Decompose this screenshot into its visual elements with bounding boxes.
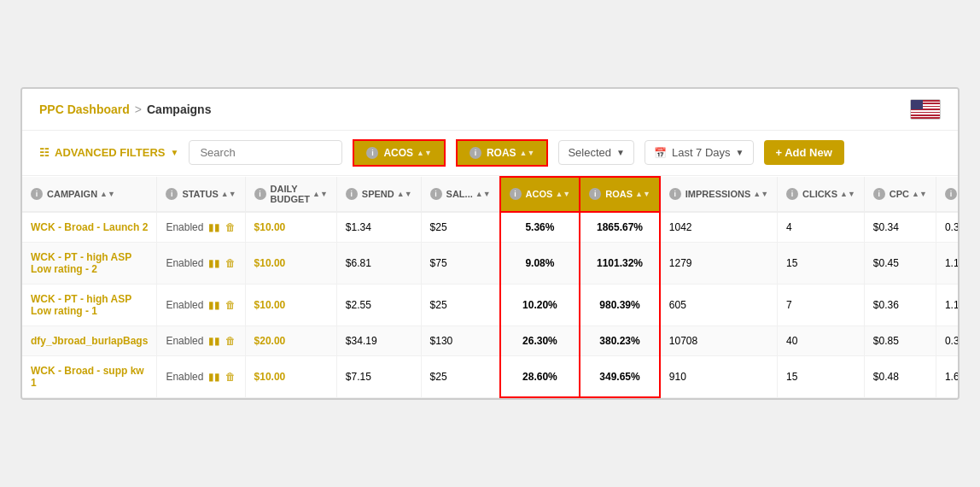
th-campaign-label: CAMPAIGN [47,189,97,199]
impressions-sort-icon: ▲▼ [753,190,768,198]
th-roas[interactable]: i ROAS ▲▼ [580,177,660,212]
budget-sort-icon: ▲▼ [312,190,328,198]
status-text-1: Enabled [166,257,203,269]
budget-info-icon: i [254,188,266,200]
th-roas-label: ROAS [605,189,633,199]
roas-th-sort-icon: ▲▼ [635,190,650,198]
table-row: WCK - PT - high ASP Low rating - 1 Enabl… [22,284,958,326]
date-range-label: Last 7 Days [672,146,731,159]
cell-status-1: Enabled ▮▮ 🗑 [157,242,245,284]
sales-sort-icon: ▲▼ [475,190,491,198]
selected-dropdown[interactable]: Selected ▼ [558,140,634,165]
breadcrumb-sep: > [135,103,142,116]
toolbar: ☷ ADVANCED FILTERS ▼ i ACOS ▲▼ i ROAS ▲▼… [22,131,958,176]
cell-cpc-1: $0.45 [864,242,936,284]
cell-roas-0: 1865.67% [580,212,660,243]
delete-icon-1[interactable]: 🗑 [225,257,236,269]
sales-info-icon: i [430,188,442,200]
spend-sort-icon: ▲▼ [397,190,412,198]
breadcrumb: PPC Dashboard > Campaigns [39,103,211,116]
cell-clicks-4: 15 [778,355,865,397]
cell-sales-1: $75 [421,242,500,284]
advanced-filters-label: ADVANCED FILTERS [55,146,166,159]
th-clicks: i CLICKS ▲▼ [778,177,865,212]
impressions-info-icon: i [669,188,681,200]
cell-campaign-4: WCK - Broad - supp kw 1 [22,355,157,397]
cell-clicks-0: 4 [778,212,865,243]
cell-ctr-4: 1.65% [936,355,958,397]
pause-icon-2[interactable]: ▮▮ [208,299,220,311]
th-sales-label: SAL... [446,189,473,199]
pause-icon-4[interactable]: ▮▮ [208,371,220,383]
acos-sort-icon: ▲▼ [417,149,432,157]
campaign-link-1[interactable]: WCK - PT - high ASP Low rating - 2 [31,251,131,275]
th-acos-label: ACOS [526,189,553,199]
cell-roas-1: 1101.32% [580,242,660,284]
campaign-link-3[interactable]: dfy_Jbroad_burlapBags [31,335,148,347]
table-row: dfy_Jbroad_burlapBags Enabled ▮▮ 🗑 $20.0… [22,326,958,355]
pause-icon-3[interactable]: ▮▮ [208,335,220,347]
cell-sales-4: $25 [421,355,500,397]
budget-value-4: $10.00 [254,371,286,383]
th-status: i STATUS ▲▼ [157,177,245,212]
campaign-link-0[interactable]: WCK - Broad - Launch 2 [31,221,148,233]
search-input[interactable] [189,140,342,165]
date-range-dropdown[interactable]: 📅 Last 7 Days ▼ [645,140,754,165]
th-cpc: i CPC ▲▼ [864,177,936,212]
roas-sort-icon: ▲▼ [520,149,535,157]
acos-th-info-icon: i [510,188,522,200]
cell-clicks-1: 15 [778,242,865,284]
cell-spend-4: $7.15 [336,355,421,397]
campaign-sort-icon: ▲▼ [100,190,115,198]
th-spend-label: SPEND [362,189,394,199]
table-row: WCK - PT - high ASP Low rating - 2 Enabl… [22,242,958,284]
campaign-link-2[interactable]: WCK - PT - high ASP Low rating - 1 [31,293,131,317]
cell-impressions-0: 1042 [660,212,778,243]
cell-acos-3: 26.30% [500,326,580,355]
pause-icon-1[interactable]: ▮▮ [208,257,220,269]
acos-header-label: ACOS [383,147,413,159]
delete-icon-4[interactable]: 🗑 [225,371,236,383]
main-window: PPC Dashboard > Campaigns ☷ ADVANCED FIL… [20,87,960,401]
status-text-2: Enabled [166,299,203,311]
pause-icon-0[interactable]: ▮▮ [208,221,220,233]
cell-spend-1: $6.81 [336,242,421,284]
budget-value-0: $10.00 [254,221,286,233]
add-new-button[interactable]: + Add New [764,140,844,165]
th-status-label: STATUS [182,189,218,199]
status-text-4: Enabled [166,371,203,383]
ctr-info-icon: i [945,188,957,200]
filter-icon: ☷ [39,146,50,159]
cell-cpc-3: $0.85 [864,326,936,355]
breadcrumb-ppc[interactable]: PPC Dashboard [39,103,130,116]
date-chevron-icon: ▼ [736,148,744,157]
cell-campaign-1: WCK - PT - high ASP Low rating - 2 [22,242,157,284]
clicks-info-icon: i [786,188,798,200]
th-acos[interactable]: i ACOS ▲▼ [500,177,580,212]
flag-icon[interactable] [910,99,941,120]
roas-th-info-icon: i [589,188,601,200]
roas-info-icon: i [470,147,481,159]
acos-info-icon: i [366,147,378,159]
campaign-link-4[interactable]: WCK - Broad - supp kw 1 [31,365,144,389]
advanced-filters-button[interactable]: ☷ ADVANCED FILTERS ▼ [39,146,178,159]
cell-campaign-3: dfy_Jbroad_burlapBags [22,326,157,355]
cell-impressions-2: 605 [660,284,778,326]
chevron-down-icon: ▼ [171,148,179,157]
cell-campaign-2: WCK - PT - high ASP Low rating - 1 [22,284,157,326]
delete-icon-2[interactable]: 🗑 [225,299,236,311]
spend-info-icon: i [346,188,358,200]
roas-header-button[interactable]: i ROAS ▲▼ [456,139,549,167]
cell-budget-0: $10.00 [245,212,336,243]
delete-icon-3[interactable]: 🗑 [225,335,236,347]
cell-ctr-2: 1.16% [936,284,958,326]
clicks-sort-icon: ▲▼ [840,190,855,198]
cell-sales-3: $130 [421,326,500,355]
cell-impressions-1: 1279 [660,242,778,284]
delete-icon-0[interactable]: 🗑 [225,221,236,233]
cell-status-3: Enabled ▮▮ 🗑 [157,326,245,355]
acos-header-button[interactable]: i ACOS ▲▼ [353,139,446,167]
cell-spend-3: $34.19 [336,326,421,355]
th-sales: i SAL... ▲▼ [421,177,500,212]
breadcrumb-campaigns: Campaigns [147,103,211,116]
